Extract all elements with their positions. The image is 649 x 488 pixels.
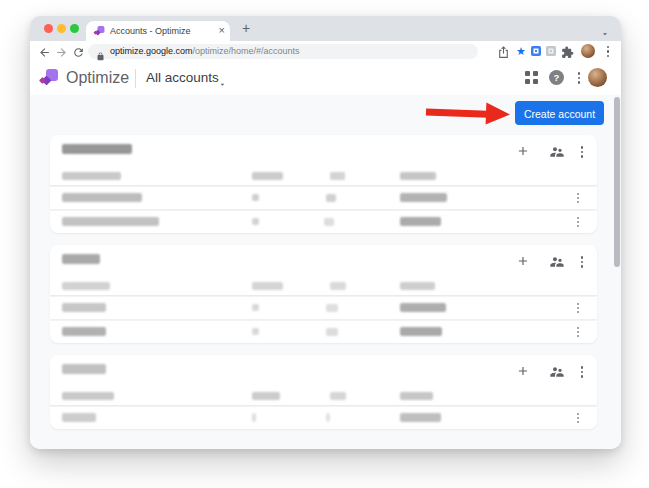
column-header-redacted <box>252 282 283 290</box>
row-cell-redacted <box>252 218 259 225</box>
container-row[interactable] <box>50 211 597 233</box>
create-account-button[interactable]: Create account <box>515 101 604 125</box>
optimize-app-header: Optimize All accounts ? <box>30 62 621 96</box>
container-row[interactable] <box>50 407 597 429</box>
column-header-redacted <box>400 172 436 180</box>
row-cell-redacted <box>252 328 259 335</box>
column-header-redacted <box>330 172 345 180</box>
account-card-header <box>50 245 597 295</box>
row-cell-redacted <box>400 303 446 312</box>
row-menu-icon[interactable] <box>575 326 581 338</box>
row-cell-redacted <box>62 327 106 336</box>
account-card-header <box>50 355 597 405</box>
create-container-plus-icon[interactable] <box>516 364 532 380</box>
account-card <box>50 135 597 233</box>
chevron-down-icon[interactable] <box>600 25 610 35</box>
app-header-menu-icon[interactable] <box>576 71 582 85</box>
browser-toolbar: optimize.google.com/optimize/home/#/acco… <box>30 41 621 63</box>
row-cell-redacted <box>62 193 142 202</box>
extensions-puzzle-icon[interactable] <box>561 45 575 59</box>
extension-badge-icon[interactable] <box>531 45 545 59</box>
account-menu-icon[interactable] <box>579 365 585 379</box>
account-card <box>50 245 597 343</box>
new-tab-button[interactable]: + <box>237 19 255 37</box>
row-cell-redacted <box>252 194 259 201</box>
back-icon[interactable] <box>38 45 51 58</box>
create-container-plus-icon[interactable] <box>516 254 532 270</box>
column-header-redacted <box>252 392 280 400</box>
product-name: Optimize <box>66 62 129 94</box>
address-bar[interactable]: optimize.google.com/optimize/home/#/acco… <box>88 44 478 59</box>
row-cell-redacted <box>252 304 259 311</box>
account-menu-icon[interactable] <box>579 255 585 269</box>
account-name-redacted <box>62 144 132 154</box>
column-header-redacted <box>252 172 283 180</box>
account-selector[interactable]: All accounts <box>146 62 219 94</box>
row-cell-redacted <box>252 413 256 422</box>
share-icon[interactable] <box>497 45 511 59</box>
column-header-redacted <box>330 282 346 290</box>
desktop-background: { "browser": { "tab_title": "Accounts - … <box>0 0 649 488</box>
accounts-page: Create account <box>30 95 621 449</box>
column-header-redacted <box>400 392 433 400</box>
row-cell-redacted <box>62 413 96 422</box>
optimize-logo-icon <box>40 69 58 87</box>
lock-icon <box>96 47 105 56</box>
reload-icon[interactable] <box>72 45 85 58</box>
container-row[interactable] <box>50 187 597 209</box>
account-avatar[interactable] <box>588 68 607 87</box>
traffic-light-zoom-button[interactable] <box>70 24 79 33</box>
manage-users-icon[interactable] <box>549 364 565 380</box>
row-cell-redacted <box>62 217 159 226</box>
row-cell-redacted <box>400 327 442 336</box>
row-cell-redacted <box>326 328 338 336</box>
browser-window: Accounts - Optimize × + optimize.google.… <box>30 16 621 449</box>
manage-users-icon[interactable] <box>549 144 565 160</box>
header-divider <box>135 69 136 88</box>
row-cell-redacted <box>400 217 441 226</box>
container-row[interactable] <box>50 297 597 319</box>
forward-icon[interactable] <box>55 45 68 58</box>
annotation-arrow <box>426 100 515 125</box>
account-card <box>50 355 597 429</box>
url-host: optimize.google.com <box>110 46 193 56</box>
manage-users-icon[interactable] <box>549 254 565 270</box>
url-text: optimize.google.com/optimize/home/#/acco… <box>110 44 300 59</box>
column-header-redacted <box>62 172 121 180</box>
row-cell-redacted <box>326 304 338 312</box>
accounts-list <box>50 135 597 441</box>
row-cell-redacted <box>326 413 330 422</box>
column-header-redacted <box>400 282 435 290</box>
browser-menu-icon[interactable] <box>605 45 611 58</box>
row-cell-redacted <box>324 218 334 226</box>
create-container-plus-icon[interactable] <box>516 144 532 160</box>
container-row[interactable] <box>50 321 597 343</box>
tab-title: Accounts - Optimize <box>110 21 210 41</box>
column-header-redacted <box>330 392 346 400</box>
scrollbar-thumb[interactable] <box>614 97 620 267</box>
account-selector-caret-icon[interactable] <box>218 75 227 84</box>
row-cell-redacted <box>326 194 336 202</box>
account-menu-icon[interactable] <box>579 145 585 159</box>
extension-badge-gray-icon[interactable] <box>546 45 560 59</box>
browser-tab-accounts[interactable]: Accounts - Optimize × <box>86 21 230 41</box>
account-name-redacted <box>62 364 106 374</box>
tab-close-icon[interactable]: × <box>219 21 225 40</box>
row-menu-icon[interactable] <box>575 192 581 204</box>
bookmark-star-icon[interactable]: ★ <box>514 45 528 59</box>
browser-profile-avatar[interactable] <box>581 44 595 58</box>
account-card-header <box>50 135 597 185</box>
row-menu-icon[interactable] <box>575 216 581 228</box>
row-menu-icon[interactable] <box>575 412 581 424</box>
traffic-light-close-button[interactable] <box>44 24 53 33</box>
column-header-redacted <box>62 282 110 290</box>
tab-strip: Accounts - Optimize × + <box>30 16 621 41</box>
row-cell-redacted <box>400 413 441 422</box>
column-header-redacted <box>62 392 114 400</box>
row-menu-icon[interactable] <box>575 302 581 314</box>
help-icon[interactable]: ? <box>549 70 564 85</box>
apps-grid-icon[interactable] <box>525 71 538 84</box>
url-path: /optimize/home/#/accounts <box>193 46 300 56</box>
traffic-light-minimize-button[interactable] <box>57 24 66 33</box>
row-cell-redacted <box>400 193 447 202</box>
